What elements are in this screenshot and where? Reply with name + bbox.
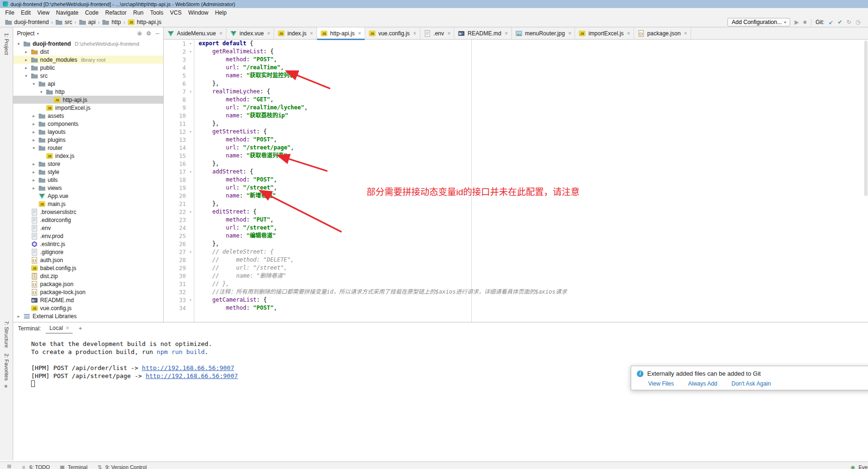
chevron-down-icon[interactable]: ▾ [37,32,39,36]
tab-close-icon[interactable]: × [684,30,687,37]
tree-item-.browserslistrc[interactable]: .browserslistrc [13,208,163,216]
tree-item-utils[interactable]: ▸utils [13,176,163,184]
toolwindow-button-1-project[interactable]: 1: Project [4,33,9,55]
code-line[interactable]: method: "POST", [195,304,868,312]
terminal-link[interactable]: http://192.168.66.56:9007 [142,364,234,371]
hide-panel-icon[interactable]: ─ [155,30,159,37]
close-icon[interactable]: × [66,325,69,331]
tree-item-app.vue[interactable]: App.vue [13,192,163,200]
breadcrumb-item-src[interactable]: src [55,18,72,26]
rollback-icon[interactable]: ↻ [846,19,851,25]
fold-icon[interactable]: ▾ [187,298,194,302]
tree-item-src[interactable]: ▾src [13,72,163,80]
code-line[interactable]: getStreetList: { [195,128,868,136]
notification-action-view-files[interactable]: View Files [648,380,674,387]
code-line[interactable]: name: "获取实时监控列表" [195,72,868,80]
editor-tab-http-api.js[interactable]: JShttp-api.js× [317,27,365,40]
statusbar-window-switcher[interactable]: ⊞ [3,463,16,469]
code-line[interactable]: //注释：所有用到删除的接口都需要拼接变量id，所以请求方式采用了挂载在原型链上… [195,288,868,296]
editor[interactable]: 1▾2▾34567▾89101112▾1314151617▾1819202122… [164,40,868,322]
editor-code[interactable]: export default { getRealTimeList: { meth… [195,40,868,322]
code-line[interactable]: }, [195,120,868,128]
code-line[interactable]: realTimeLychee: { [195,88,868,96]
statusbar-6-todo[interactable]: ≡6: TODO [16,463,54,469]
tree-item-layouts[interactable]: ▸layouts [13,128,163,136]
tree-item-.env[interactable]: .env [13,224,163,232]
add-configuration-button[interactable]: Add Configuration... ▾ [727,18,790,26]
code-line[interactable]: // deleteStreet: { [195,248,868,256]
fold-icon[interactable]: ▾ [187,130,194,134]
tree-item-package-lock.json[interactable]: {}package-lock.json [13,288,163,296]
code-line[interactable]: editStreet: { [195,208,868,216]
tree-item-importexcel.js[interactable]: JSimportExcel.js [13,104,163,112]
fold-icon[interactable]: ▾ [187,41,194,46]
code-line[interactable]: }, [195,160,868,168]
collapsed-arrow-icon[interactable]: ▸ [31,114,36,118]
tree-item-babel.config.js[interactable]: JSbabel.config.js [13,264,163,272]
fold-icon[interactable]: ▾ [187,210,194,214]
menu-item-code[interactable]: Code [82,8,102,17]
tree-item-node-modules[interactable]: ▸node_moduleslibrary root [13,56,163,64]
tree-item-components[interactable]: ▸components [13,120,163,128]
code-line[interactable]: addStreet: { [195,168,868,176]
code-line[interactable]: getCameraList: { [195,296,868,304]
tree-item-style[interactable]: ▸style [13,168,163,176]
menu-item-tools[interactable]: Tools [147,8,167,17]
menu-item-help[interactable]: Help [212,8,230,17]
tab-close-icon[interactable]: × [447,30,451,37]
breadcrumb-item-duoji-frontend[interactable]: duoji-frontend [5,18,49,26]
collapsed-arrow-icon[interactable]: ▸ [31,122,36,126]
code-line[interactable]: // method: "DELETE", [195,256,868,264]
code-line[interactable]: // url: "/street", [195,264,868,272]
menu-item-refactor[interactable]: Refactor [102,8,130,17]
terminal-tab-local[interactable]: Local × [46,323,73,334]
tab-close-icon[interactable]: × [505,30,508,37]
tab-close-icon[interactable]: × [627,30,630,37]
update-project-icon[interactable]: ↙ [828,19,833,25]
commit-icon[interactable]: ✔ [837,19,842,25]
toolwindow-button-7-structure[interactable]: 7: Structure [4,321,9,348]
tree-item-auth.json[interactable]: {}auth.json [13,256,163,264]
tree-item-package.json[interactable]: {}package.json [13,280,163,288]
tree-item-dist[interactable]: ▸dist [13,48,163,56]
breadcrumb-item-http[interactable]: http [102,18,121,26]
tab-close-icon[interactable]: × [568,30,571,37]
tree-item-router[interactable]: ▾router [13,144,163,152]
notification-action-don-t-ask-again[interactable]: Don't Ask Again [732,380,771,387]
code-line[interactable]: url: "/realTime/lychee", [195,104,868,112]
tree-item-.gitignore[interactable]: .gitignore [13,248,163,256]
editor-tab-vue.config.js[interactable]: JSvue.config.js× [365,27,420,40]
code-line[interactable]: method: "PUT", [195,216,868,224]
collapsed-arrow-icon[interactable]: ▸ [31,178,36,182]
tree-item-.eslintrc.js[interactable]: .eslintrc.js [13,240,163,248]
menu-item-navigate[interactable]: Navigate [53,8,82,17]
collapsed-arrow-icon[interactable]: ▸ [24,49,29,54]
statusbar-right[interactable]: ◉Event Log [849,463,868,469]
tree-item-views[interactable]: ▸views [13,184,163,192]
new-terminal-icon[interactable]: + [78,325,82,332]
code-line[interactable]: method: "POST", [195,176,868,184]
editor-tab-index.js[interactable]: JSindex.js× [274,27,317,40]
tab-close-icon[interactable]: × [219,30,223,37]
notification-action-always-add[interactable]: Always Add [688,380,717,387]
collapsed-arrow-icon[interactable]: ▸ [31,162,36,166]
collapsed-arrow-icon[interactable]: ▸ [31,186,36,190]
tab-close-icon[interactable]: × [310,30,313,37]
code-line[interactable]: url: "/realTime", [195,64,868,72]
fold-icon[interactable]: ▾ [187,49,194,54]
locate-file-icon[interactable]: ⊕ [137,30,142,37]
tree-item-assets[interactable]: ▸assets [13,112,163,120]
tree-item-plugins[interactable]: ▸plugins [13,136,163,144]
tree-item-.editorconfig[interactable]: .editorconfig [13,216,163,224]
collapsed-arrow-icon[interactable]: ▸ [16,314,21,319]
fold-icon[interactable]: ▾ [187,250,194,254]
menu-item-window[interactable]: Window [185,8,212,17]
code-line[interactable]: method: "POST", [195,136,868,144]
tree-item-main.js[interactable]: JSmain.js [13,200,163,208]
editor-tab-.env[interactable]: .env× [420,27,455,40]
run-icon[interactable]: ▶ [794,19,799,25]
breadcrumb-item-api[interactable]: api [79,18,96,26]
terminal-link[interactable]: http://192.168.66.56:9007 [146,372,238,379]
tree-item-store[interactable]: ▸store [13,160,163,168]
expanded-arrow-icon[interactable]: ▾ [31,82,36,86]
